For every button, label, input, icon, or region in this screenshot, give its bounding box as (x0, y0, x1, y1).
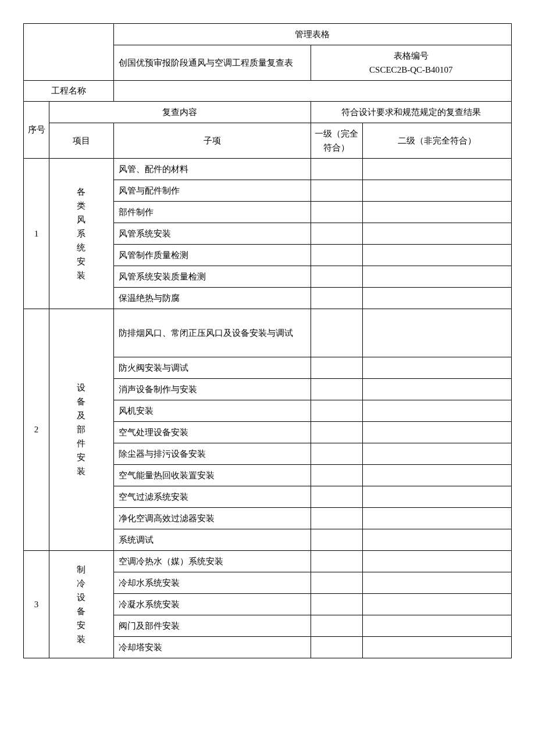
result-lv2[interactable] (362, 572, 511, 593)
form-title: 创国优预审报阶段通风与空调工程质量复查表 (113, 45, 311, 81)
result-lv1[interactable] (311, 507, 362, 529)
seq-1: 1 (24, 158, 49, 309)
result-lv1[interactable] (311, 223, 362, 244)
result-lv1[interactable] (311, 400, 362, 421)
result-lv1[interactable] (311, 615, 362, 636)
project-name-value[interactable] (113, 81, 511, 102)
column-level2: 二级（非完全符合） (362, 123, 511, 158)
form-code: CSCEC2B-QC-B40107 (313, 63, 509, 77)
result-lv2[interactable] (362, 636, 511, 658)
result-lv2[interactable] (362, 287, 511, 309)
result-lv1[interactable] (311, 180, 362, 201)
result-lv1[interactable] (311, 287, 362, 309)
main-table: 管理表格 创国优预审报阶段通风与空调工程质量复查表 表格编号 CSCEC2B-Q… (23, 23, 512, 658)
subitem: 保温绝热与防腐 (113, 287, 311, 309)
project-name-label: 工程名称 (24, 81, 114, 102)
column-level1: 一级（完全符合） (311, 123, 362, 158)
project-3: 制冷设备安装 (49, 550, 114, 658)
subitem: 净化空调高效过滤器安装 (113, 507, 311, 529)
subitem: 空气处理设备安装 (113, 421, 311, 443)
column-project: 项目 (49, 123, 114, 158)
subitem: 系统调试 (113, 529, 311, 550)
result-lv1[interactable] (311, 443, 362, 464)
project-2: 设备及部件安装 (49, 309, 114, 550)
subitem: 防排烟风口、常闭正压风口及设备安装与调试 (113, 309, 311, 357)
result-lv1[interactable] (311, 309, 362, 357)
subitem: 除尘器与排污设备安装 (113, 443, 311, 464)
result-lv1[interactable] (311, 486, 362, 507)
result-lv2[interactable] (362, 421, 511, 443)
result-lv2[interactable] (362, 615, 511, 636)
result-lv2[interactable] (362, 443, 511, 464)
subitem: 风管系统安装 (113, 223, 311, 244)
result-lv2[interactable] (362, 223, 511, 244)
result-lv2[interactable] (362, 309, 511, 357)
subitem: 风管、配件的材料 (113, 158, 311, 180)
result-lv2[interactable] (362, 378, 511, 400)
result-lv1[interactable] (311, 464, 362, 486)
seq-3: 3 (24, 550, 49, 658)
subitem: 消声设备制作与安装 (113, 378, 311, 400)
subitem: 空调冷热水（媒）系统安装 (113, 550, 311, 572)
result-lv1[interactable] (311, 201, 362, 223)
form-code-cell: 表格编号 CSCEC2B-QC-B40107 (311, 45, 511, 81)
result-lv2[interactable] (362, 180, 511, 201)
column-result: 符合设计要求和规范规定的复查结果 (311, 101, 511, 123)
subitem: 风管制作质量检测 (113, 244, 311, 266)
result-lv2[interactable] (362, 464, 511, 486)
result-lv2[interactable] (362, 593, 511, 615)
subitem: 冷却水系统安装 (113, 572, 311, 593)
subitem: 冷却塔安装 (113, 636, 311, 658)
result-lv2[interactable] (362, 550, 511, 572)
result-lv2[interactable] (362, 244, 511, 266)
subitem: 风机安装 (113, 400, 311, 421)
subitem: 空气能量热回收装置安装 (113, 464, 311, 486)
column-subitem: 子项 (113, 123, 311, 158)
result-lv1[interactable] (311, 244, 362, 266)
result-lv2[interactable] (362, 486, 511, 507)
result-lv1[interactable] (311, 357, 362, 378)
result-lv2[interactable] (362, 266, 511, 287)
form-code-label: 表格编号 (313, 49, 509, 63)
result-lv1[interactable] (311, 529, 362, 550)
result-lv1[interactable] (311, 593, 362, 615)
result-lv2[interactable] (362, 529, 511, 550)
result-lv1[interactable] (311, 550, 362, 572)
result-lv1[interactable] (311, 421, 362, 443)
result-lv2[interactable] (362, 201, 511, 223)
management-form-header: 管理表格 (113, 24, 511, 45)
result-lv1[interactable] (311, 572, 362, 593)
column-review-content: 复查内容 (49, 101, 311, 123)
seq-2: 2 (24, 309, 49, 550)
column-seq: 序号 (24, 101, 49, 158)
result-lv1[interactable] (311, 158, 362, 180)
inspection-form: 管理表格 创国优预审报阶段通风与空调工程质量复查表 表格编号 CSCEC2B-Q… (23, 23, 512, 658)
subitem: 冷凝水系统安装 (113, 593, 311, 615)
result-lv2[interactable] (362, 400, 511, 421)
result-lv2[interactable] (362, 158, 511, 180)
subitem: 风管系统安装质量检测 (113, 266, 311, 287)
subitem: 阀门及部件安装 (113, 615, 311, 636)
result-lv1[interactable] (311, 378, 362, 400)
subitem: 风管与配件制作 (113, 180, 311, 201)
result-lv1[interactable] (311, 266, 362, 287)
subitem: 防火阀安装与调试 (113, 357, 311, 378)
result-lv2[interactable] (362, 357, 511, 378)
project-1: 各类风系统安装 (49, 158, 114, 309)
result-lv1[interactable] (311, 636, 362, 658)
subitem: 部件制作 (113, 201, 311, 223)
subitem: 空气过滤系统安装 (113, 486, 311, 507)
result-lv2[interactable] (362, 507, 511, 529)
